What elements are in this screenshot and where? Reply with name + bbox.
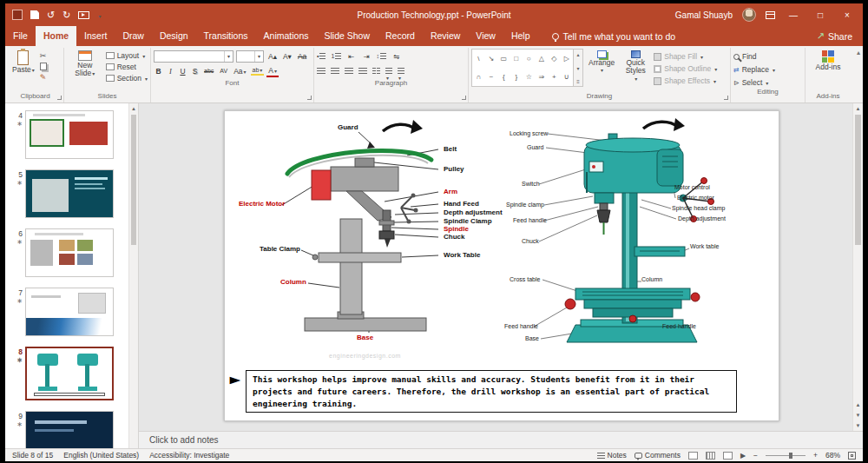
tab-insert[interactable]: Insert (76, 26, 115, 46)
previous-slide-button[interactable]: ▲ (853, 400, 863, 410)
underline-icon[interactable]: U (178, 66, 187, 76)
zoom-in-button[interactable]: + (813, 451, 818, 460)
drawing-dialog-launcher[interactable] (724, 96, 728, 100)
justify-icon[interactable] (358, 68, 367, 75)
fit-to-window-icon[interactable] (848, 452, 856, 460)
slide-sorter-view-button[interactable] (706, 452, 715, 460)
maximize-button[interactable]: □ (812, 10, 829, 20)
notes-placeholder[interactable]: Click to add notes (149, 435, 219, 445)
tab-design[interactable]: Design (152, 26, 196, 46)
notes-toggle[interactable]: Notes (597, 451, 627, 460)
smartart-icon[interactable] (398, 68, 404, 75)
section-button[interactable]: Section (106, 74, 148, 83)
text-shadow-icon[interactable]: S (190, 66, 200, 76)
accessibility-status[interactable]: Accessibility: Investigate (149, 451, 229, 460)
reset-button[interactable]: Reset (106, 63, 148, 71)
find-button[interactable]: Find (733, 52, 802, 61)
avatar[interactable] (742, 8, 756, 22)
drill-press-schematic-diagram[interactable]: Guard Belt Pulley Arm Hand Feed Depth ad… (237, 116, 497, 351)
close-button[interactable]: × (838, 10, 856, 20)
thumbnail-scrollbar[interactable]: ▲ (128, 103, 138, 448)
shape-effects-button[interactable]: Shape Effects (654, 76, 717, 85)
cut-icon[interactable]: ✂ (40, 51, 47, 60)
grow-font-icon[interactable]: A▴ (266, 51, 279, 62)
caption-text-box[interactable]: This workshop helps improve manual skill… (246, 370, 737, 413)
scroll-up-arrow[interactable]: ▲ (853, 103, 863, 114)
text-direction-icon[interactable]: ⇋ (391, 51, 401, 62)
save-icon[interactable] (30, 10, 39, 19)
change-case-icon[interactable]: Aa (232, 66, 247, 76)
increase-indent-icon[interactable]: ⇥ (361, 51, 371, 62)
new-slide-button[interactable]: New Slide (67, 49, 103, 78)
layout-button[interactable]: Layout (106, 51, 148, 60)
font-name-combo[interactable]: ▾ (154, 50, 233, 63)
font-size-combo[interactable]: ▾ (236, 50, 264, 63)
replace-button[interactable]: ⇄ Replace (733, 65, 802, 74)
align-center-icon[interactable] (331, 68, 339, 75)
tell-me-box[interactable]: Tell me what you want to do (552, 26, 676, 46)
slide-thumbnail-4[interactable] (25, 110, 114, 159)
zoom-level[interactable]: 68% (825, 451, 840, 460)
paste-button[interactable]: Paste (10, 49, 37, 74)
language-indicator[interactable]: English (United States) (63, 451, 139, 460)
slide-area-scrollbar[interactable]: ▲ ▲ ▼ ▼ (852, 103, 863, 431)
tab-home[interactable]: Home (36, 26, 76, 46)
font-color-icon[interactable]: A (266, 65, 279, 77)
bold-icon[interactable]: B (154, 66, 163, 76)
font-dialog-launcher[interactable] (307, 96, 312, 100)
clipboard-dialog-launcher[interactable] (57, 96, 62, 100)
line-spacing-icon[interactable]: ↕ (377, 53, 387, 60)
tab-animations[interactable]: Animations (256, 26, 317, 46)
scroll-down-arrow[interactable]: ▼ (853, 420, 863, 431)
tab-help[interactable]: Help (503, 26, 538, 46)
tab-transitions[interactable]: Transitions (196, 26, 256, 46)
slide-thumbnail-6[interactable] (25, 228, 114, 277)
slideshow-view-button[interactable]: ▶ (740, 452, 746, 460)
select-button[interactable]: ⊳ Select (733, 78, 802, 87)
share-button[interactable]: ↗ Share (806, 26, 863, 46)
slide-thumbnail-5[interactable] (25, 169, 114, 218)
reading-view-button[interactable] (723, 452, 733, 460)
normal-view-button[interactable] (688, 452, 698, 460)
tab-record[interactable]: Record (378, 26, 423, 46)
next-slide-button[interactable]: ▼ (853, 410, 863, 420)
tab-review[interactable]: Review (423, 26, 468, 46)
paragraph-dialog-launcher[interactable] (462, 96, 466, 100)
numbering-icon[interactable]: 1 (331, 53, 341, 60)
slide-thumbnail-9[interactable] (25, 411, 114, 448)
zoom-out-button[interactable]: − (753, 451, 758, 460)
shapes-gallery-scroll[interactable]: ▴▾≡ (574, 49, 583, 87)
redo-icon[interactable]: ↻ (62, 10, 70, 20)
align-left-icon[interactable] (317, 68, 326, 75)
format-painter-icon[interactable]: ✎ (40, 73, 47, 82)
decrease-indent-icon[interactable]: ⇤ (346, 51, 356, 62)
tab-slide-show[interactable]: Slide Show (317, 26, 378, 46)
zoom-slider-knob[interactable] (789, 453, 792, 459)
shapes-gallery[interactable]: \↘ ▭□ ○△ ◇▷ ∩~ {} ☆⇒ +∪ (471, 49, 574, 87)
undo-icon[interactable]: ↺ (47, 10, 55, 20)
user-name[interactable]: Gamal Shuayb (675, 10, 733, 20)
character-spacing-icon[interactable]: AV (218, 67, 229, 75)
collapse-ribbon-icon[interactable]: ▴ (857, 49, 860, 56)
tab-view[interactable]: View (468, 26, 503, 46)
quick-styles-button[interactable]: Quick Styles (620, 49, 651, 82)
shrink-font-icon[interactable]: A▾ (281, 51, 293, 62)
columns-icon[interactable] (372, 68, 380, 75)
italic-icon[interactable]: I (166, 66, 175, 76)
addins-button[interactable]: Add-ins (813, 49, 844, 71)
notes-pane[interactable]: Click to add notes (139, 431, 863, 448)
shape-fill-button[interactable]: Shape Fill (654, 52, 717, 61)
minimize-button[interactable]: — (785, 10, 802, 20)
tab-draw[interactable]: Draw (115, 26, 152, 46)
clear-formatting-icon[interactable]: Aa (296, 51, 308, 62)
align-right-icon[interactable] (345, 68, 353, 75)
zoom-slider[interactable] (766, 455, 806, 456)
slide-thumbnail-7[interactable] (25, 288, 114, 336)
bullets-icon[interactable]: • (317, 53, 326, 60)
start-slideshow-icon[interactable] (78, 11, 89, 19)
scroll-up-arrow[interactable]: ▲ (129, 103, 138, 114)
customize-quick-access-icon[interactable] (97, 10, 101, 20)
ribbon-display-options-icon[interactable] (766, 11, 775, 19)
comments-toggle[interactable]: Comments (635, 451, 681, 460)
scrollbar-thumb[interactable] (131, 115, 136, 245)
